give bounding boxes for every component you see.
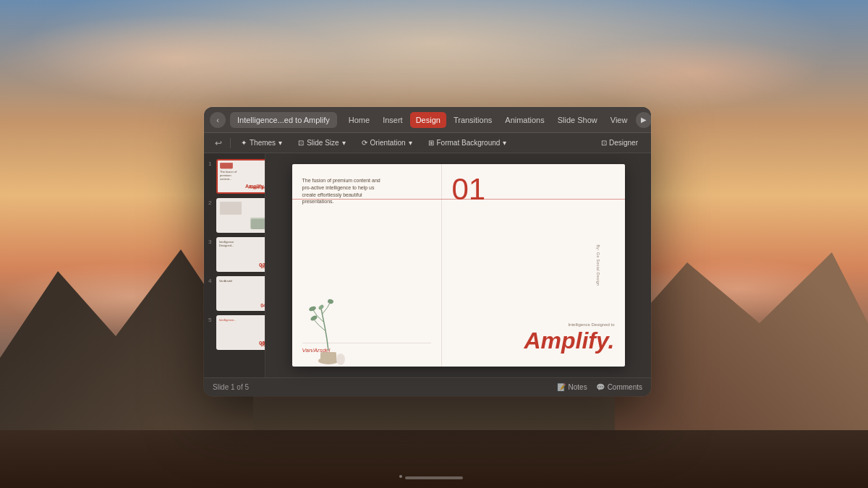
scroll-dot	[399, 475, 402, 478]
comments-button[interactable]: 💬 Comments	[596, 383, 642, 391]
app-window: ‹ Intelligence...ed to Amplify Home Inse…	[204, 107, 651, 396]
themes-icon: ✦	[241, 139, 247, 147]
slide-left-column: The fusion of premium content and pro-ac…	[292, 164, 442, 367]
tab-view[interactable]: View	[605, 112, 634, 128]
slide-thumbnail-2[interactable]	[216, 198, 265, 233]
slide-thumbnail-1[interactable]: The fusion of premium content... Amplify…	[216, 159, 265, 194]
plant-illustration	[303, 294, 354, 359]
play-button[interactable]: ▶	[636, 112, 651, 128]
tab-insert[interactable]: Insert	[377, 112, 409, 128]
title-bar: ‹ Intelligence...ed to Amplify Home Inse…	[204, 107, 651, 133]
slide-thumbnail-4[interactable]: VanArsdel 04	[216, 276, 265, 311]
slide-num-5-label: 5	[208, 317, 214, 323]
slide-tagline: The fusion of premium content and pro-ac…	[302, 177, 389, 205]
slide-thumbnail-3[interactable]: Intelligence Designed... 03	[216, 237, 265, 272]
back-button[interactable]: ‹	[210, 112, 226, 128]
status-bar: Slide 1 of 5 📝 Notes 💬 Comments	[204, 377, 651, 396]
slide-large-number: 01	[452, 174, 615, 205]
chevron-down-icon: ▾	[278, 139, 282, 147]
slide-canvas: The fusion of premium content and pro-ac…	[292, 164, 625, 367]
orientation-button[interactable]: ⟳ Orientation ▾	[356, 135, 418, 151]
slide-num-2-label: 2	[208, 200, 214, 206]
orientation-icon: ⟳	[362, 139, 367, 147]
slide-content: The fusion of premium content and pro-ac…	[292, 164, 625, 367]
slide-row-1: 1 The fusion of premium content... Ampli…	[208, 159, 260, 194]
toolbar: ↩ ✦ Themes ▾ ⊡ Slide Size ▾ ⟳ Orientatio…	[204, 133, 651, 153]
themes-button[interactable]: ✦ Themes ▾	[235, 135, 288, 151]
svg-point-4	[308, 305, 316, 312]
accent-line-top	[292, 199, 625, 200]
comments-icon: 💬	[596, 383, 605, 391]
tab-design[interactable]: Design	[410, 112, 446, 128]
slide-thumbnail-5[interactable]: Intelligence... 05	[216, 315, 265, 350]
tab-transitions[interactable]: Transitions	[448, 112, 498, 128]
title-bar-actions: ▶ ⌕ ↑ •••	[636, 112, 651, 128]
ground	[0, 430, 868, 488]
menu-tabs: Home Insert Design Transitions Animation…	[343, 112, 634, 128]
slide-panel: 1 The fusion of premium content... Ampli…	[204, 153, 265, 377]
slide-row-3: 3 Intelligence Designed... 03	[208, 237, 260, 272]
notes-button[interactable]: 📝 Notes	[557, 383, 587, 391]
chevron-down-icon-2: ▾	[342, 139, 346, 147]
notes-icon: 📝	[557, 383, 566, 391]
slide-num-4-label: 4	[208, 278, 214, 284]
scroll-indicator[interactable]	[405, 476, 463, 479]
chevron-down-icon-4: ▾	[503, 139, 506, 147]
svg-point-5	[327, 299, 333, 304]
toolbar-divider-1	[230, 138, 231, 148]
undo-button[interactable]: ↩	[211, 136, 226, 150]
slide-size-button[interactable]: ⊡ Slide Size ▾	[292, 135, 351, 151]
slide-row-4: 4 VanArsdel 04	[208, 276, 260, 311]
svg-point-2	[336, 354, 345, 365]
tab-animations[interactable]: Animations	[499, 112, 550, 128]
format-background-button[interactable]: ⊞ Format Background ▾	[422, 135, 513, 151]
format-bg-icon: ⊞	[428, 139, 434, 147]
content-area: 1 The fusion of premium content... Ampli…	[204, 153, 651, 377]
tab-home[interactable]: Home	[343, 112, 375, 128]
svg-rect-1	[320, 352, 336, 362]
chevron-down-icon-3: ▾	[409, 139, 412, 147]
slide-num-3-label: 3	[208, 239, 214, 245]
slide-size-icon: ⊡	[298, 139, 304, 147]
slide-num-1-label: 1	[208, 160, 214, 167]
slide-row-2: 2	[208, 198, 260, 233]
document-title: Intelligence...ed to Amplify	[230, 112, 337, 128]
slide-count: Slide 1 of 5	[213, 383, 249, 391]
status-actions: 📝 Notes 💬 Comments	[557, 383, 642, 391]
slide-amplify-section: Intelligence Designed to Amplify.	[524, 322, 614, 352]
tab-slideshow[interactable]: Slide Show	[552, 112, 603, 128]
designer-button[interactable]: ⊡ Designer	[595, 137, 644, 148]
designer-icon: ⊡	[601, 139, 607, 147]
slide-main: The fusion of premium content and pro-ac…	[265, 153, 651, 377]
slide-vertical-text: By: Go Social Design	[596, 244, 600, 286]
amplify-title: Amplify.	[524, 329, 614, 352]
slide-row-5: 5 Intelligence... 05	[208, 315, 260, 350]
slide-subtitle: Intelligence Designed to	[524, 322, 614, 327]
